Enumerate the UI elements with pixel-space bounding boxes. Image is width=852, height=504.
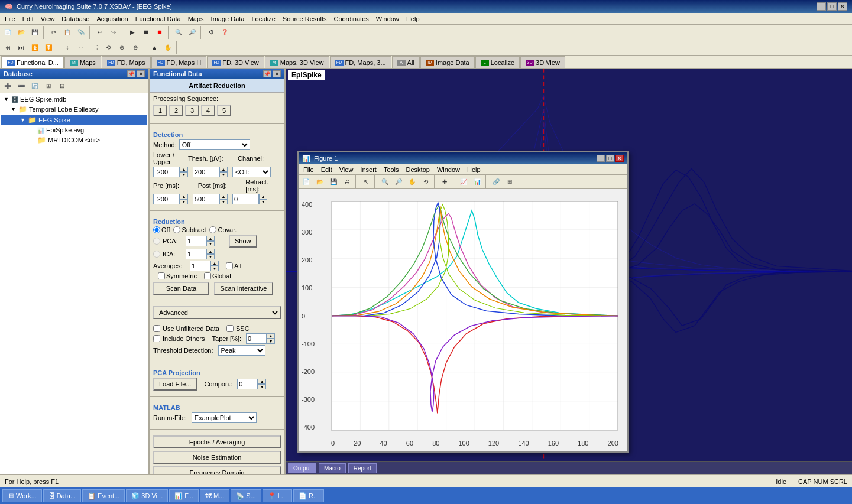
refract-spin-down[interactable]: ▼ xyxy=(259,199,267,204)
tb2-1[interactable]: ⏮ xyxy=(1,41,14,54)
pca-spin-down[interactable]: ▼ xyxy=(206,241,215,246)
sidebar-tb-expand[interactable]: ⊞ xyxy=(42,80,55,93)
show-button[interactable]: Show xyxy=(229,235,257,248)
tb-redo[interactable]: ↪ xyxy=(107,26,120,39)
epochs-averaging-button[interactable]: Epochs / Averaging xyxy=(153,435,281,448)
tab-maps-3d[interactable]: M Maps, 3D View xyxy=(265,56,329,68)
post-input[interactable] xyxy=(193,194,219,204)
tb-stop[interactable]: ⏹ xyxy=(140,26,153,39)
tb2-8[interactable]: ⟲ xyxy=(102,41,115,54)
channel-select[interactable]: <Off: xyxy=(232,167,271,177)
taskbar-m[interactable]: 🗺 M... xyxy=(200,489,229,502)
advanced-dropdown[interactable]: Advanced xyxy=(153,306,281,319)
menu-localize[interactable]: Localize xyxy=(248,15,278,23)
tree-item-eeg-spike[interactable]: ▼ 📁 EEG Spike xyxy=(1,115,147,125)
radio-subtract-input[interactable] xyxy=(173,226,180,233)
radio-subtract[interactable]: Subtract xyxy=(173,226,206,233)
fig-close-btn[interactable]: ✕ xyxy=(615,155,624,162)
menu-source-results[interactable]: Source Results xyxy=(279,15,331,23)
tb2-5[interactable]: ↕ xyxy=(61,41,74,54)
fig-minimize-btn[interactable]: _ xyxy=(597,155,605,162)
upper-spin-up[interactable]: ▲ xyxy=(219,167,228,172)
tb-settings[interactable]: ⚙ xyxy=(205,26,218,39)
fig-tb-hand[interactable]: ✋ xyxy=(406,175,419,188)
tb-zoom-in[interactable]: 🔍 xyxy=(172,26,185,39)
radio-covar-input[interactable] xyxy=(209,226,216,233)
fig-menu-edit[interactable]: Edit xyxy=(318,166,336,173)
tb-undo[interactable]: ↩ xyxy=(93,26,106,39)
radio-off-input[interactable] xyxy=(153,226,160,233)
fig-tb-rotate[interactable]: ⟲ xyxy=(419,175,432,188)
fig-tb-grid[interactable]: ⊞ xyxy=(503,175,516,188)
sidebar-close-btn[interactable]: ✕ xyxy=(137,70,145,77)
upper-spin-down[interactable]: ▼ xyxy=(219,172,228,177)
threshold-detection-select[interactable]: Peak xyxy=(218,345,265,356)
sidebar-pin-btn[interactable]: 📌 xyxy=(127,70,135,77)
maximize-button[interactable]: □ xyxy=(827,2,837,11)
fig-tb-save[interactable]: 💾 xyxy=(327,175,340,188)
tab-all[interactable]: A All xyxy=(392,56,420,68)
averages-input[interactable] xyxy=(190,261,210,271)
tb-copy[interactable]: 📋 xyxy=(61,26,74,39)
tree-item-mri[interactable]: 📁 MRI DICOM <dir> xyxy=(1,135,147,145)
refract-input[interactable] xyxy=(232,194,259,204)
taskbar-l[interactable]: 📍 L... xyxy=(263,489,292,502)
tb-help[interactable]: ❓ xyxy=(218,26,231,39)
pca-input[interactable] xyxy=(186,236,206,246)
menu-coordinates[interactable]: Coordinates xyxy=(330,15,372,23)
tree-item-epispike[interactable]: 📊 EpiSpike.avg xyxy=(1,125,147,135)
tb-cut[interactable]: ✂ xyxy=(47,26,60,39)
symmetric-check[interactable]: Symmetric xyxy=(158,272,197,279)
taskbar-3dvi[interactable]: 🧊 3D Vi... xyxy=(126,489,168,502)
menu-edit[interactable]: Edit xyxy=(19,15,37,23)
output-tab-report[interactable]: Report xyxy=(348,463,377,473)
include-others-checkbox[interactable] xyxy=(153,335,160,342)
sidebar-tb-collapse[interactable]: ⊟ xyxy=(56,80,69,93)
compon-input[interactable] xyxy=(237,379,258,389)
func-close-btn[interactable]: ✕ xyxy=(273,70,281,77)
fig-maximize-btn[interactable]: □ xyxy=(606,155,614,162)
frequency-domain-button[interactable]: Frequency Domain xyxy=(153,466,281,474)
pre-spin-up[interactable]: ▲ xyxy=(180,194,188,199)
tab-functional-d[interactable]: FD Functional D... xyxy=(1,56,64,68)
ica-spin-up[interactable]: ▲ xyxy=(206,249,215,254)
fig-tb-open[interactable]: 📂 xyxy=(313,175,326,188)
menu-maps[interactable]: Maps xyxy=(184,15,208,23)
ica-spin-down[interactable]: ▼ xyxy=(206,254,215,259)
taper-input[interactable] xyxy=(246,333,267,344)
fig-tb-data-cursor[interactable]: ✚ xyxy=(438,175,451,188)
taskbar-data[interactable]: 🗄 Data... xyxy=(43,489,81,502)
taskbar-work[interactable]: 🖥 Work... xyxy=(2,489,42,502)
radio-off[interactable]: Off xyxy=(153,226,170,233)
tb2-10[interactable]: ⊖ xyxy=(129,41,142,54)
tb-zoom-out[interactable]: 🔎 xyxy=(186,26,199,39)
fig-menu-help[interactable]: Help xyxy=(464,166,484,173)
tb2-9[interactable]: ⊕ xyxy=(115,41,128,54)
fig-menu-file[interactable]: File xyxy=(300,166,318,173)
lower-spin-down[interactable]: ▼ xyxy=(180,172,188,177)
ica-radio[interactable] xyxy=(153,251,160,258)
radio-covar[interactable]: Covar. xyxy=(209,226,237,233)
tb2-cursor[interactable]: ▲ xyxy=(148,41,161,54)
post-spin-up[interactable]: ▲ xyxy=(219,194,228,199)
lower-spin-up[interactable]: ▲ xyxy=(180,167,188,172)
scan-data-button[interactable]: Scan Data xyxy=(153,282,209,295)
fig-menu-view[interactable]: View xyxy=(336,166,357,173)
func-pin-btn[interactable]: 📌 xyxy=(263,70,271,77)
tab-fd-maps-h[interactable]: FD FD, Maps H xyxy=(151,56,207,68)
tb-paste[interactable]: 📎 xyxy=(74,26,88,39)
tb2-3[interactable]: ⏫ xyxy=(28,41,41,54)
fig-tb-plot2[interactable]: 📊 xyxy=(471,175,484,188)
menu-view[interactable]: View xyxy=(37,15,59,23)
tb2-hand[interactable]: ✋ xyxy=(161,41,174,54)
sidebar-tb-refresh[interactable]: 🔄 xyxy=(28,80,41,93)
close-button[interactable]: ✕ xyxy=(838,2,847,11)
taskbar-s[interactable]: 📡 S... xyxy=(231,489,261,502)
fig-tb-zoom-in[interactable]: 🔍 xyxy=(378,175,391,188)
fig-tb-print[interactable]: 🖨 xyxy=(341,175,354,188)
tab-3d-view[interactable]: 3D 3D View xyxy=(520,56,565,68)
fig-menu-tools[interactable]: Tools xyxy=(380,166,403,173)
fig-tb-plot[interactable]: 📈 xyxy=(457,175,470,188)
taskbar-r[interactable]: 📄 R... xyxy=(293,489,324,502)
tb-play[interactable]: ▶ xyxy=(126,26,139,39)
